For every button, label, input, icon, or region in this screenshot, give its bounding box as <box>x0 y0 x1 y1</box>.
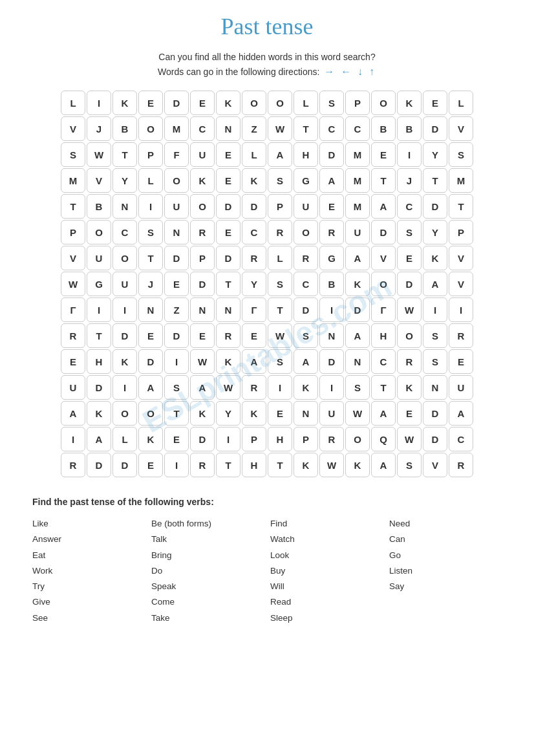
grid-cell: R <box>216 323 240 348</box>
grid-cell: I <box>61 427 85 451</box>
grid-cell: K <box>294 375 318 400</box>
word-item: Sleep <box>270 610 383 626</box>
grid-cell: W <box>268 116 292 141</box>
grid-cell: K <box>112 91 137 115</box>
grid-cell: Γ <box>61 297 85 322</box>
grid-cell: M <box>164 116 189 141</box>
grid-cell: S <box>345 375 370 400</box>
grid-cell: Y <box>216 401 240 426</box>
grid-cell: D <box>319 349 344 374</box>
grid-cell: R <box>319 220 344 244</box>
grid-cell: S <box>423 349 447 374</box>
grid-cell: T <box>268 297 292 322</box>
grid-cell: E <box>216 142 240 167</box>
grid-cell: H <box>294 142 318 167</box>
grid-cell: N <box>294 401 318 426</box>
grid-cell: Γ <box>242 297 266 322</box>
word-item: Come <box>151 594 264 610</box>
grid-cell: S <box>397 220 422 244</box>
grid-cell: I <box>138 194 163 219</box>
word-item: See <box>32 610 145 626</box>
grid-cell: N <box>345 349 370 374</box>
grid-cell: U <box>294 194 318 219</box>
grid-cell: N <box>190 297 215 322</box>
word-item: Listen <box>389 563 502 579</box>
grid-cell: E <box>423 91 447 115</box>
grid-cell: I <box>216 427 240 451</box>
grid-cell: A <box>268 142 292 167</box>
grid-cell: E <box>190 323 215 348</box>
grid-cell: W <box>190 349 215 374</box>
grid-cell: D <box>190 427 215 451</box>
grid-cell: T <box>112 142 137 167</box>
grid-cell: E <box>138 91 163 115</box>
grid-cell: E <box>268 401 292 426</box>
grid-cell: E <box>164 427 189 451</box>
grid-cell: O <box>87 220 111 244</box>
grid-cell: U <box>164 194 189 219</box>
grid-cell: P <box>242 427 266 451</box>
word-item: Talk <box>151 532 264 547</box>
grid-cell: S <box>449 142 473 167</box>
word-search-grid: LIKEDEKOOLSPOKELVJBOMCNZWTCCBBDVSWTPFUEL… <box>61 91 473 477</box>
word-item: Read <box>270 594 383 610</box>
grid-cell: J <box>138 272 163 296</box>
grid-cell: P <box>345 91 370 115</box>
grid-cell: U <box>345 220 370 244</box>
grid-cell: C <box>397 194 422 219</box>
word-item: Need <box>389 516 502 532</box>
grid-cell: B <box>87 194 111 219</box>
grid-cell: C <box>112 220 137 244</box>
grid-cell: A <box>294 349 318 374</box>
grid-cell: H <box>371 323 396 348</box>
grid-cell: P <box>190 246 215 270</box>
arrow-right: → <box>324 66 334 77</box>
grid-cell: N <box>216 116 240 141</box>
directions-row: Words can go in the following directions… <box>26 66 508 78</box>
grid-cell: K <box>397 91 422 115</box>
grid-cell: D <box>319 142 344 167</box>
arrow-up: ↑ <box>369 66 374 77</box>
word-item: Will <box>270 579 383 594</box>
grid-cell: O <box>242 91 266 115</box>
grid-cell: P <box>294 427 318 451</box>
grid-cell: Y <box>242 272 266 296</box>
word-item: Find <box>270 516 383 532</box>
grid-cell: N <box>112 194 137 219</box>
grid-cell: U <box>319 401 344 426</box>
grid-cell: P <box>61 220 85 244</box>
grid-cell: U <box>61 375 85 400</box>
grid-cell: J <box>397 168 422 193</box>
grid-cell: E <box>216 168 240 193</box>
grid-cell: Y <box>112 168 137 193</box>
grid-cell: K <box>242 401 266 426</box>
grid-cell: I <box>164 349 189 374</box>
grid-cell: A <box>345 246 370 270</box>
grid-cell: V <box>61 246 85 270</box>
grid-cell: Z <box>242 116 266 141</box>
grid-cell: V <box>371 246 396 270</box>
grid-cell: M <box>345 142 370 167</box>
grid-cell: R <box>294 246 318 270</box>
word-item: Take <box>151 610 264 626</box>
grid-cell: T <box>216 453 240 477</box>
grid-cell: I <box>112 375 137 400</box>
word-list-section: Find the past tense of the following ver… <box>26 497 508 626</box>
grid-cell: S <box>138 220 163 244</box>
grid-cell: D <box>112 323 137 348</box>
arrow-left: ← <box>341 66 351 77</box>
grid-cell: D <box>216 246 240 270</box>
grid-cell: S <box>319 91 344 115</box>
grid-cell: V <box>87 168 111 193</box>
grid-cell: C <box>371 349 396 374</box>
grid-cell: W <box>216 375 240 400</box>
grid-cell: P <box>138 142 163 167</box>
grid-cell: I <box>319 297 344 322</box>
grid-cell: V <box>61 116 85 141</box>
grid-cell: W <box>268 323 292 348</box>
grid-cell: L <box>268 246 292 270</box>
grid-cell: N <box>138 297 163 322</box>
grid-cell: K <box>423 246 447 270</box>
grid-cell: A <box>87 427 111 451</box>
grid-cell: Ε <box>61 349 85 374</box>
